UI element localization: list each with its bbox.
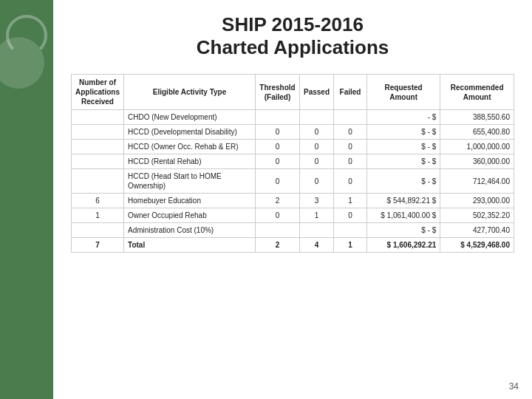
table-row-threshold <box>256 223 300 238</box>
table-row-failed: 1 <box>334 194 367 208</box>
table-row-num: 6 <box>72 194 124 208</box>
table-row-activity: HCCD (Owner Occ. Rehab & ER) <box>124 140 256 154</box>
table-row-threshold: 0 <box>256 125 300 140</box>
table-row-failed: 0 <box>334 208 367 223</box>
table-row-num <box>72 110 124 125</box>
table-row-recommended: 360,000.00 <box>440 154 514 169</box>
table-row-passed: 4 <box>300 238 334 253</box>
header-eligible-activity: Eligible Activity Type <box>124 75 256 110</box>
header-recommended-amount: Recommended Amount <box>440 75 514 110</box>
header-num-applications: Number of Applications Received <box>72 75 124 110</box>
table-row-num: 1 <box>72 208 124 223</box>
table-row-num <box>72 125 124 140</box>
table-row-recommended: 655,400.80 <box>440 125 514 140</box>
table-row-recommended: 502,352.20 <box>440 208 514 223</box>
table-row-threshold: 2 <box>256 194 300 208</box>
table-row-threshold: 2 <box>256 238 300 253</box>
header-failed: Failed <box>334 75 367 110</box>
header-passed: Passed <box>300 75 334 110</box>
table-row-num: 7 <box>72 238 124 253</box>
table-row-threshold: 0 <box>256 208 300 223</box>
table-row-failed: 0 <box>334 169 367 194</box>
table-row-num <box>72 140 124 154</box>
table-row-requested: $ - $ <box>366 154 440 169</box>
table-row-failed: 1 <box>334 238 367 253</box>
table-row-requested: $ 1,061,400.00 $ <box>366 208 440 223</box>
table-row-recommended: 388,550.60 <box>440 110 514 125</box>
table-row-activity: HCCD (Head Start to HOME Ownership) <box>124 169 256 194</box>
title-line2: Charted Applications <box>197 36 389 58</box>
page-number: 34 <box>509 381 519 392</box>
table-row-requested: $ 1,606,292.21 <box>366 238 440 253</box>
header-threshold: Threshold (Failed) <box>256 75 300 110</box>
table-row-failed: 0 <box>334 125 367 140</box>
table-row-passed: 3 <box>300 194 334 208</box>
table-row-requested: - $ <box>366 110 440 125</box>
table-row-recommended: 427,700.40 <box>440 223 514 238</box>
table-row-failed <box>334 110 367 125</box>
table-row-passed: 0 <box>300 169 334 194</box>
table-row-passed: 0 <box>300 140 334 154</box>
table-row-requested: $ 544,892.21 $ <box>366 194 440 208</box>
title-line1: SHIP 2015-2016 <box>222 13 364 35</box>
table-row-requested: $ - $ <box>366 169 440 194</box>
table-row-recommended: 293,000.00 <box>440 194 514 208</box>
table-row-failed: 0 <box>334 140 367 154</box>
table-row-passed: 0 <box>300 125 334 140</box>
main-content: SHIP 2015-2016 Charted Applications Numb… <box>53 0 532 399</box>
table-row-threshold: 0 <box>256 169 300 194</box>
table-row-failed <box>334 223 367 238</box>
table-row-activity: Administration Cost (10%) <box>124 223 256 238</box>
table-row-activity: Owner Occupied Rehab <box>124 208 256 223</box>
table-row-activity: CHDO (New Development) <box>124 110 256 125</box>
table-row-num <box>72 169 124 194</box>
table-row-recommended: 712,464.00 <box>440 169 514 194</box>
table-row-threshold <box>256 110 300 125</box>
table-row-num <box>72 154 124 169</box>
table-row-num <box>72 223 124 238</box>
applications-table: Number of Applications Received Eligible… <box>71 74 514 253</box>
table-row-recommended: 1,000,000.00 <box>440 140 514 154</box>
table-row-threshold: 0 <box>256 154 300 169</box>
data-table-wrapper: Number of Applications Received Eligible… <box>71 74 514 253</box>
table-row-requested: $ - $ <box>366 125 440 140</box>
table-row-requested: $ - $ <box>366 140 440 154</box>
table-row-activity: HCCD (Developmental Disability) <box>124 125 256 140</box>
table-row-passed <box>300 110 334 125</box>
table-row-passed: 0 <box>300 154 334 169</box>
page-title: SHIP 2015-2016 Charted Applications <box>71 13 514 59</box>
left-decorative-panel <box>0 0 53 399</box>
table-row-passed <box>300 223 334 238</box>
table-row-requested: $ - $ <box>366 223 440 238</box>
table-row-passed: 1 <box>300 208 334 223</box>
table-row-activity: Total <box>124 238 256 253</box>
table-row-threshold: 0 <box>256 140 300 154</box>
table-row-activity: Homebuyer Education <box>124 194 256 208</box>
table-row-recommended: $ 4,529,468.00 <box>440 238 514 253</box>
header-requested-amount: Requested Amount <box>366 75 440 110</box>
table-row-failed: 0 <box>334 154 367 169</box>
table-row-activity: HCCD (Rental Rehab) <box>124 154 256 169</box>
